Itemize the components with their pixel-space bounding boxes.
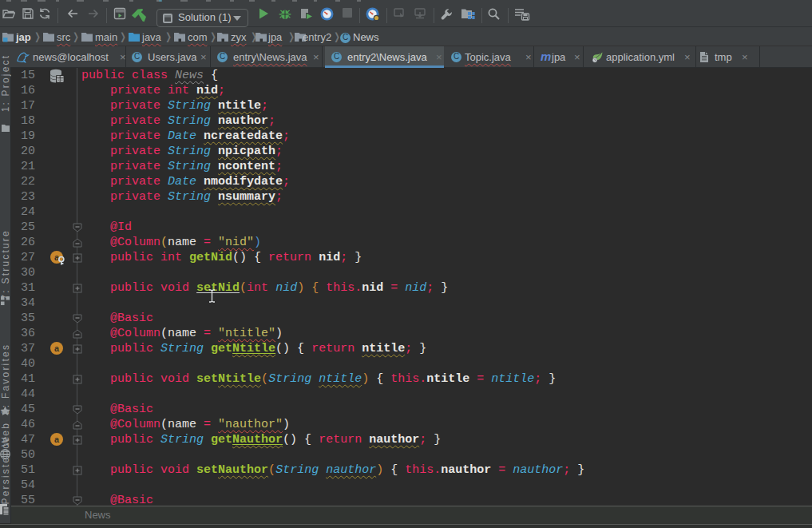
svg-text:a: a	[54, 435, 60, 445]
svg-text:a: a	[54, 344, 60, 354]
